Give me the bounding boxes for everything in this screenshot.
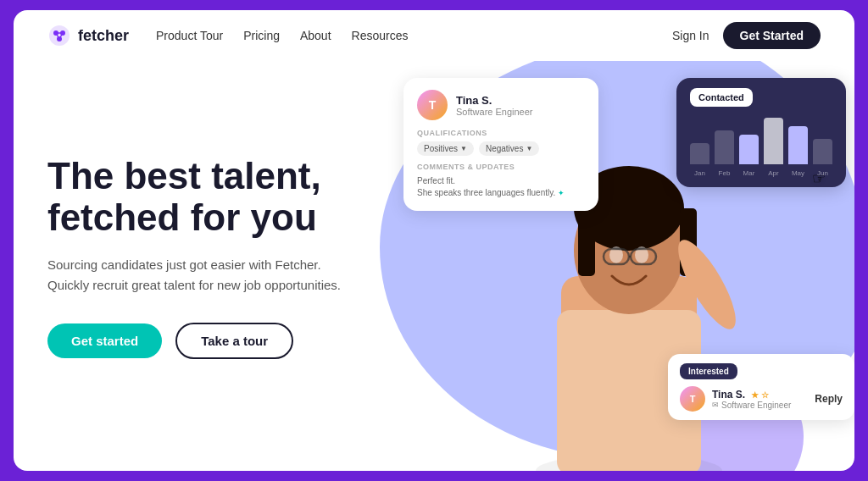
comments-label: COMMENTS & UPDATES	[417, 163, 585, 171]
nav-links: Product Tour Pricing About Resources	[156, 29, 408, 42]
comment-text: Perfect fit. She speaks three languages …	[417, 175, 585, 199]
chart-labels: Jan Feb Mar Apr May Jun	[690, 169, 832, 177]
qualifications-label: QUALIFICATIONS	[417, 129, 585, 137]
interested-role: ✉ Software Engineer	[712, 401, 791, 410]
chart-bars	[690, 113, 832, 164]
chart-bar-1	[715, 130, 734, 164]
take-tour-button[interactable]: Take a tour	[175, 323, 293, 359]
cursor-icon: ☞	[812, 169, 826, 188]
tags-row: Positives ▼ Negatives ▼	[417, 141, 585, 156]
interested-row: T Tina S. ★ ☆ ✉ Software Engineer	[680, 386, 843, 412]
nav-link-product-tour[interactable]: Product Tour	[156, 29, 223, 42]
nav-left: fetcher Product Tour Pricing About Resou…	[47, 24, 408, 47]
hero-left: The best talent, fetched for you Sourcin…	[14, 61, 403, 471]
chart-bar-0	[690, 143, 709, 164]
profile-card: T Tina S. Software Engineer QUALIFICATIO…	[403, 78, 598, 211]
profile-name: Tina S.	[456, 94, 533, 107]
nav-getstarted-button[interactable]: Get Started	[723, 22, 821, 49]
nav-right: Sign In Get Started	[672, 22, 821, 49]
chart-label-mar: Mar	[739, 169, 759, 177]
hero-title: The best talent, fetched for you	[47, 156, 370, 238]
contacted-badge: Contacted	[690, 88, 753, 107]
logo-icon	[47, 24, 71, 47]
interested-badge: Interested	[680, 363, 737, 379]
chart-label-jan: Jan	[690, 169, 709, 177]
profile-job-title: Software Engineer	[456, 107, 533, 117]
profile-avatar: T	[417, 90, 448, 120]
hero-subtitle: Sourcing candidates just got easier with…	[47, 255, 353, 296]
chart-bar-3	[764, 118, 783, 164]
reply-button[interactable]: Reply	[815, 393, 843, 405]
logo-text: fetcher	[78, 27, 129, 45]
chart-bar-4	[788, 126, 808, 164]
logo[interactable]: fetcher	[47, 24, 129, 47]
chart-label-feb: Feb	[715, 169, 734, 177]
hero-buttons: Get started Take a tour	[47, 323, 370, 359]
navbar: fetcher Product Tour Pricing About Resou…	[14, 10, 854, 61]
tag-positive[interactable]: Positives ▼	[417, 141, 474, 156]
page-wrapper: fetcher Product Tour Pricing About Resou…	[14, 10, 854, 471]
profile-info: Tina S. Software Engineer	[456, 94, 533, 117]
hero-section: The best talent, fetched for you Sourcin…	[14, 61, 854, 471]
chart-bar-2	[739, 135, 759, 164]
interested-profile: T Tina S. ★ ☆ ✉ Software Engineer	[680, 386, 791, 412]
svg-point-0	[49, 25, 70, 46]
get-started-button[interactable]: Get started	[47, 323, 162, 358]
nav-link-about[interactable]: About	[300, 29, 331, 42]
profile-header: T Tina S. Software Engineer	[417, 90, 585, 120]
chart-label-apr: Apr	[764, 169, 783, 177]
svg-rect-12	[578, 208, 595, 276]
signin-button[interactable]: Sign In	[672, 29, 709, 42]
chart-bar-5	[813, 139, 832, 164]
interested-info: Tina S. ★ ☆ ✉ Software Engineer	[712, 389, 791, 410]
nav-link-resources[interactable]: Resources	[352, 29, 409, 42]
hero-right: T Tina S. Software Engineer QUALIFICATIO…	[403, 61, 854, 471]
interested-name: Tina S. ★ ☆	[712, 389, 791, 401]
tag-negative[interactable]: Negatives ▼	[479, 141, 539, 156]
nav-link-pricing[interactable]: Pricing	[243, 29, 280, 42]
interested-card: Interested T Tina S. ★ ☆ ✉ Software Engi…	[668, 354, 854, 420]
chart-card: Contacted Jan Feb Mar Apr May Jun	[676, 78, 846, 187]
chart-label-may: May	[788, 169, 808, 177]
interested-avatar: T	[680, 386, 705, 412]
